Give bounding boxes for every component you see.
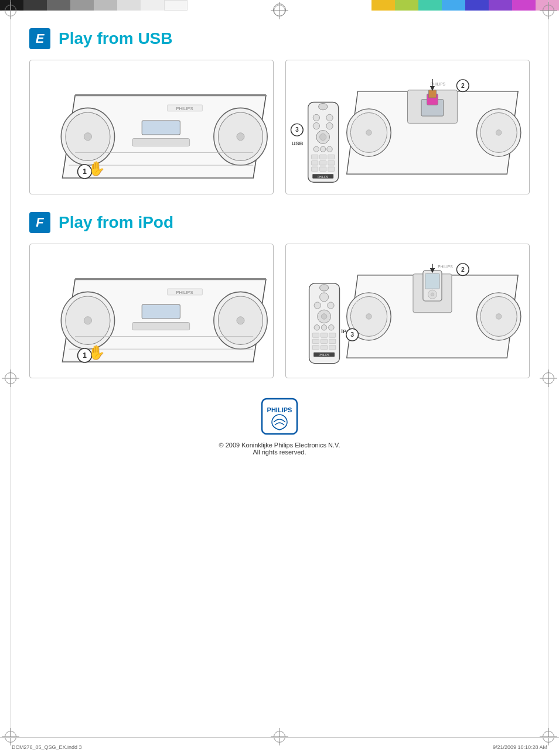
svg-rect-8: [142, 121, 180, 135]
panel-e-left: PHILIPS 1 ✋: [29, 60, 274, 194]
svg-text:3: 3: [350, 331, 354, 338]
svg-point-35: [313, 114, 319, 121]
bottom-right-text: 9/21/2009 10:10:28 AM: [493, 744, 547, 750]
svg-point-82: [496, 314, 501, 319]
device-svg-e-left: PHILIPS 1 ✋: [30, 60, 273, 194]
crosshair-top-left: [2, 2, 19, 19]
svg-point-65: [237, 317, 244, 324]
svg-text:3: 3: [295, 126, 299, 133]
svg-rect-107: [329, 339, 336, 344]
svg-rect-67: [132, 323, 190, 330]
section-f-letter: F: [29, 212, 50, 233]
svg-rect-51: [320, 167, 326, 172]
device-usb-e: PHILIPS 2: [286, 60, 529, 194]
svg-point-79: [366, 314, 371, 319]
border-left: [11, 0, 11, 737]
svg-point-38: [326, 122, 333, 129]
panel-e-right: PHILIPS 2: [285, 60, 530, 194]
device-front-f: PHILIPS 1 ✋: [30, 244, 273, 378]
svg-rect-66: [142, 305, 180, 319]
svg-rect-47: [311, 161, 318, 166]
border-right: [548, 0, 548, 737]
svg-text:PHILIPS: PHILIPS: [176, 290, 193, 295]
svg-text:1: 1: [83, 351, 87, 360]
svg-point-34: [319, 103, 328, 110]
left-color-strip: [0, 0, 188, 11]
crosshair-top-right: [540, 2, 557, 19]
svg-text:2: 2: [461, 266, 465, 273]
svg-point-21: [366, 130, 371, 135]
copyright-text: © 2009 Koninklijke Philips Electronics N…: [219, 442, 340, 456]
svg-rect-50: [311, 167, 318, 172]
main-content: E Play from USB: [18, 11, 541, 737]
svg-text:✋: ✋: [88, 160, 105, 177]
svg-rect-109: [321, 345, 327, 350]
svg-rect-105: [312, 339, 319, 344]
svg-point-94: [320, 293, 329, 302]
right-color-strip: [371, 0, 559, 11]
device-svg-f-right: PHILIPS 2: [286, 244, 529, 378]
section-e-title: Play from USB: [59, 29, 173, 48]
philips-logo: PHILIPS: [259, 396, 300, 437]
svg-point-40: [320, 134, 326, 140]
svg-text:USB: USB: [291, 140, 303, 146]
svg-point-41: [313, 146, 319, 152]
svg-point-37: [313, 122, 319, 129]
svg-text:PHILIPS: PHILIPS: [176, 106, 193, 111]
crosshair-mid-left: [2, 370, 19, 387]
svg-rect-48: [320, 161, 326, 166]
device-svg-e-right: PHILIPS 2: [286, 60, 529, 194]
svg-rect-115: [262, 399, 297, 434]
svg-text:1: 1: [83, 167, 87, 176]
svg-text:PHILIPS: PHILIPS: [319, 354, 329, 357]
svg-point-62: [84, 317, 91, 324]
section-e-letter: E: [29, 28, 50, 49]
section-e-header: E Play from USB: [29, 28, 530, 49]
bottom-left-text: DCM276_05_QSG_EX.indd 3: [12, 744, 82, 750]
svg-point-4: [84, 133, 91, 141]
svg-point-93: [320, 285, 329, 291]
svg-rect-44: [311, 155, 318, 159]
svg-text:PHILIPS: PHILIPS: [267, 406, 292, 413]
section-e-panels: PHILIPS 1 ✋: [29, 60, 530, 194]
svg-rect-106: [321, 339, 327, 344]
device-ipod-f: PHILIPS 2: [286, 244, 529, 378]
svg-point-98: [321, 314, 326, 319]
copyright-line2: All rights reserved.: [219, 449, 340, 456]
svg-point-95: [314, 302, 321, 309]
svg-point-101: [329, 325, 334, 330]
svg-point-100: [321, 325, 326, 330]
crosshair-mid-right: [540, 370, 557, 387]
svg-point-7: [237, 133, 244, 141]
svg-rect-102: [312, 333, 319, 338]
panel-f-left: PHILIPS 1 ✋: [29, 244, 274, 378]
svg-point-24: [496, 130, 501, 135]
svg-point-96: [328, 302, 334, 309]
svg-rect-49: [328, 161, 335, 166]
svg-point-36: [326, 114, 333, 121]
panel-f-right: PHILIPS 2: [285, 244, 530, 378]
svg-rect-108: [312, 345, 319, 350]
svg-text:2: 2: [461, 83, 465, 89]
svg-point-99: [314, 325, 319, 330]
svg-point-43: [320, 146, 325, 152]
section-f-header: F Play from iPod: [29, 212, 530, 233]
bottom-bar: DCM276_05_QSG_EX.indd 3 9/21/2009 10:10:…: [0, 737, 559, 756]
copyright-line1: © 2009 Koninklijke Philips Electronics N…: [219, 442, 340, 449]
svg-text:PHILIPS: PHILIPS: [438, 265, 453, 269]
svg-rect-110: [329, 345, 336, 350]
device-svg-f-left: PHILIPS 1 ✋: [30, 244, 273, 378]
svg-rect-9: [132, 139, 190, 146]
svg-point-42: [327, 146, 332, 152]
svg-rect-104: [329, 333, 336, 338]
svg-rect-103: [321, 333, 327, 338]
section-f-panels: PHILIPS 1 ✋: [29, 244, 530, 378]
device-front-e: PHILIPS 1 ✋: [30, 60, 273, 194]
svg-text:✋: ✋: [88, 344, 105, 361]
svg-rect-52: [328, 167, 335, 172]
svg-point-87: [431, 293, 434, 296]
footer-section: PHILIPS © 2009 Koninklijke Philips Elect…: [29, 396, 530, 456]
svg-rect-28: [428, 90, 436, 98]
svg-text:PHILIPS: PHILIPS: [318, 176, 328, 179]
svg-rect-45: [320, 155, 326, 159]
